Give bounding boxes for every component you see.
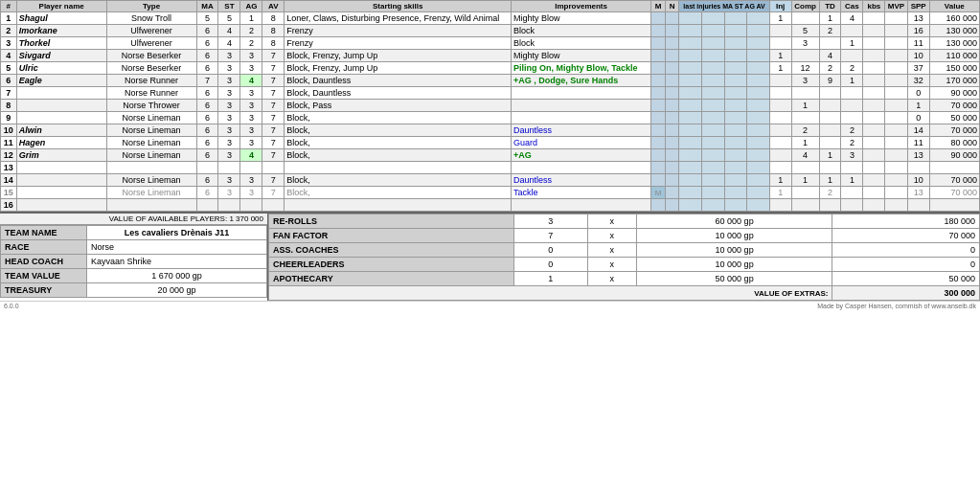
col-header-spp: SPP [907,1,929,12]
player-name: Hagen [16,137,106,149]
cheerleaders-count: 0 [513,258,587,272]
team-info-table: TEAM NAME Les cavaliers Drènais J11 RACE… [0,225,267,298]
player-starting: Frenzy [285,37,512,50]
player-starting: Block, Frenzy, Jump Up [285,50,512,62]
player-td [819,112,841,124]
player-value: 130 000 [929,37,979,50]
player-ag: 4 [240,75,262,87]
player-av: 8 [262,12,285,25]
head-coach-value: Kayvaan Shrike [87,255,267,269]
table-row: 15 Norse Lineman 6 3 3 7 Block, Tackle M… [1,187,980,199]
bottom-section: VALUE OF AVAILABLE PLAYERS: 1 370 000 TE… [0,212,980,301]
player-mvp [885,112,907,124]
player-inj-count [769,162,791,174]
player-kbs [863,100,885,112]
player-value: 150 000 [929,62,979,75]
player-improvements: Tackle [512,187,651,199]
player-ag: 3 [240,50,262,62]
player-inj1 [679,137,702,149]
player-comp: 2 [791,124,819,137]
rerolls-label: RE-ROLLS [269,214,514,229]
player-mvp [885,124,907,137]
player-improvements: +AG [512,149,651,162]
player-inj4 [747,137,770,149]
player-td: 1 [819,149,841,162]
player-td [819,137,841,149]
player-type: Norse Beserker [106,62,196,75]
fan-factor-cost: 10 000 gp [636,229,832,243]
player-inj1 [679,174,702,187]
player-mvp [885,149,907,162]
table-row: 4 Sivgard Norse Beserker 6 3 3 7 Block, … [1,50,980,62]
player-name: Alwin [16,124,106,137]
player-num: 16 [1,199,17,212]
player-kbs [863,87,885,100]
player-inj3 [724,50,747,62]
player-name [16,174,106,187]
player-kbs [863,174,885,187]
player-comp: 3 [791,75,819,87]
player-inj2 [701,149,724,162]
player-comp: 12 [791,62,819,75]
team-name-label: TEAM NAME [1,226,87,240]
player-starting: Block, Pass [285,100,512,112]
player-inj1 [679,87,702,100]
player-inj3 [724,12,747,25]
player-comp [791,50,819,62]
player-inj1 [679,50,702,62]
player-ma: 6 [196,149,218,162]
player-inj2 [701,174,724,187]
player-inj1 [679,187,702,199]
player-inj2 [701,50,724,62]
player-av: 7 [262,50,285,62]
player-inj1 [679,112,702,124]
player-ma: 6 [196,50,218,62]
player-ag: 1 [240,12,262,25]
player-inj2 [701,37,724,50]
player-av: 7 [262,124,285,137]
player-inj-count [769,25,791,37]
player-improvements: Mighty Blow [512,50,651,62]
player-td [819,87,841,100]
player-st [218,199,240,212]
player-st: 3 [218,137,240,149]
player-inj2 [701,162,724,174]
player-starting: Block, Dauntless [285,87,512,100]
player-value: 170 000 [929,75,979,87]
player-num: 4 [1,50,17,62]
col-header-name: Player name [16,1,106,12]
rerolls-x: x [587,214,636,229]
player-kbs [863,37,885,50]
player-num: 10 [1,124,17,137]
player-av: 7 [262,62,285,75]
player-inj2 [701,137,724,149]
player-ag: 3 [240,187,262,199]
player-st: 5 [218,12,240,25]
player-inj2 [701,62,724,75]
player-spp: 13 [907,187,929,199]
player-starting: Frenzy [285,25,512,37]
cheerleaders-x: x [587,258,636,272]
ass-coaches-x: x [587,243,636,258]
player-spp: 11 [907,137,929,149]
player-name [16,100,106,112]
player-comp [791,12,819,25]
player-mvp [885,37,907,50]
player-comp [791,199,819,212]
player-kbs [863,199,885,212]
player-inj1 [679,162,702,174]
player-improvements [512,100,651,112]
player-name [16,187,106,199]
player-mvp [885,137,907,149]
col-header-av: AV [262,1,285,12]
player-av: 7 [262,187,285,199]
table-row: 14 Norse Lineman 6 3 3 7 Block, Dauntles… [1,174,980,187]
player-inj4 [747,25,770,37]
player-inj4 [747,174,770,187]
col-header-ag: AG [240,1,262,12]
player-ag: 3 [240,62,262,75]
player-inj-count [769,100,791,112]
player-td [819,37,841,50]
player-cas: 2 [841,124,863,137]
table-row: 10 Alwin Norse Lineman 6 3 3 7 Block, Da… [1,124,980,137]
